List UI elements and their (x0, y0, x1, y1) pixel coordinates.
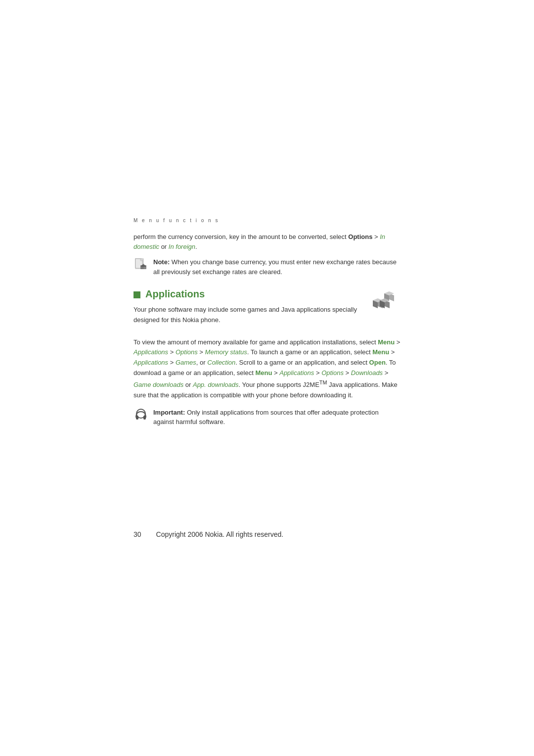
memory-status: Memory status (205, 348, 247, 356)
intro-in-foreign: In foreign (169, 243, 195, 250)
body-text-2: . To launch a game or an application, se… (247, 348, 372, 356)
note-box: Note: When you change base currency, you… (134, 257, 400, 277)
section-title-text: Applications (145, 288, 205, 300)
app-1: Applications (134, 348, 168, 356)
section-title-heading: Applications (134, 288, 357, 300)
intro-paragraph: perform the currency conversion, key in … (134, 232, 400, 251)
title-square-icon (134, 291, 140, 298)
note-icon (134, 257, 148, 274)
copyright-text: Copyright 2006 Nokia. All rights reserve… (156, 530, 284, 538)
options-1: Options (176, 348, 198, 356)
intro-or: or (159, 243, 169, 250)
note-body: When you change base currency, you must … (153, 258, 397, 276)
page-number: 30 (134, 530, 141, 538)
arrow-3: > (198, 348, 205, 356)
menu-2: Menu (372, 348, 389, 356)
section-title-row: Applications Your phone software may inc… (134, 288, 400, 332)
arrow-1: > (395, 338, 400, 346)
app-downloads: App. downloads (193, 381, 239, 388)
open: Open (369, 359, 386, 366)
important-icon (134, 408, 148, 424)
tm-superscript: TM (319, 379, 327, 385)
body-text-1: To view the amount of memory available f… (134, 338, 378, 346)
arrow-4: > (389, 348, 395, 356)
intro-period: . (195, 243, 197, 250)
collection: Collection (207, 359, 235, 366)
section-title-left: Applications Your phone software may inc… (134, 288, 357, 332)
important-text-content: Important: Only install applications fro… (153, 408, 400, 427)
important-bold: Important: (153, 409, 185, 416)
important-body: Only install applications from sources t… (153, 409, 379, 426)
or-text: or (183, 381, 193, 388)
description-text: Your phone software may include some gam… (134, 305, 357, 326)
note-text-content: Note: When you change base currency, you… (153, 257, 400, 277)
comma: , or (196, 359, 207, 366)
page-container: M e n u f u n c t i o n s perform the cu… (0, 0, 534, 756)
app-2: Applications (134, 359, 168, 366)
note-bold: Note: (153, 258, 170, 266)
downloads: Downloads (351, 369, 383, 377)
arrow-7: > (314, 369, 321, 377)
menu-1: Menu (378, 338, 395, 346)
arrow-6: > (272, 369, 279, 377)
intro-text-1: perform the currency conversion, key in … (134, 233, 348, 240)
page-footer: 30 Copyright 2006 Nokia. All rights rese… (134, 530, 400, 538)
body-paragraph-1: To view the amount of memory available f… (134, 337, 400, 401)
intro-options-bold: Options (348, 233, 372, 240)
body-text-3: . Scroll to a game or an application, an… (235, 359, 369, 366)
body-text-5: . Your phone supports J2ME (238, 381, 319, 388)
games: Games (176, 359, 196, 366)
arrow-9: > (383, 369, 388, 377)
apps-icon (367, 288, 400, 319)
options-2: Options (321, 369, 344, 377)
section-header: M e n u f u n c t i o n s (134, 218, 400, 223)
arrow-2: > (168, 348, 176, 356)
arrow-8: > (344, 369, 351, 377)
intro-arrow: > (372, 233, 380, 240)
important-box: Important: Only install applications fro… (134, 408, 400, 427)
content-area: M e n u f u n c t i o n s perform the cu… (134, 218, 400, 439)
app-3: Applications (279, 369, 314, 377)
menu-3: Menu (255, 369, 272, 377)
arrow-5: > (168, 359, 176, 366)
game-downloads: Game downloads (134, 381, 183, 388)
